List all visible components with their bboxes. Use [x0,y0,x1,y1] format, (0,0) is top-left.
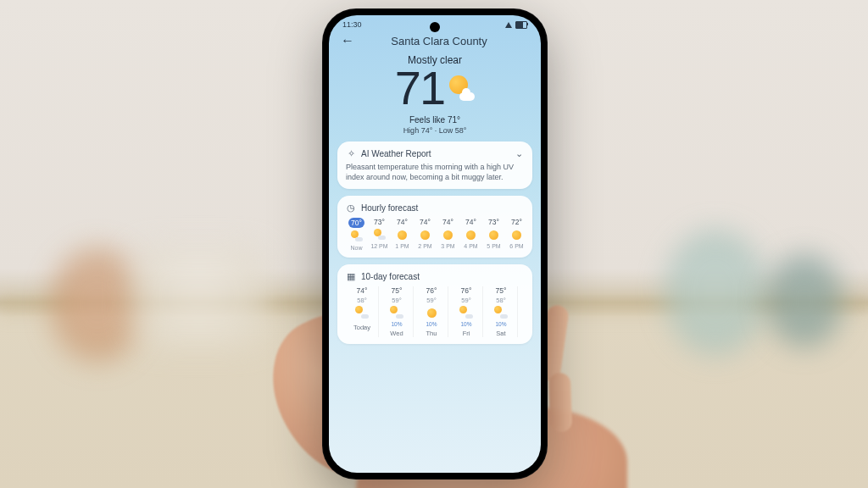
daily-cell[interactable]: 71°57°10%Sun [520,286,524,337]
hourly-forecast-card[interactable]: ◷ Hourly forecast 70°Now73°12 PM74°1 PM7… [337,196,532,258]
partly-cloudy-icon [355,306,369,319]
hourly-temp: 74° [465,218,476,226]
hourly-cell[interactable]: 72°6 PM [506,218,524,251]
hourly-label: 1 PM [395,243,409,249]
hourly-label: 4 PM [464,243,477,249]
daily-cell[interactable]: 75°59°10%Wed [381,286,414,337]
weather-summary: Mostly clear 71 Feels like 71° High 74° … [329,54,541,135]
phone-frame: 11:30 ← Santa Clara County Mostly clear … [322,8,548,480]
daily-high: 76° [461,286,472,295]
daily-label: Sat [496,330,505,337]
daily-row[interactable]: 74°58°Today75°59°10%Wed76°59°10%Thu76°59… [346,286,524,337]
daily-low: 59° [461,297,470,304]
app-header: ← Santa Clara County [329,30,541,53]
daily-high: 75° [392,286,403,295]
sunny-icon [397,229,409,241]
hourly-cell[interactable]: 74°3 PM [437,218,459,251]
daily-cell[interactable]: 75°58°10%Sat [485,286,518,337]
high-low-text: High 74° · Low 58° [337,126,532,135]
calendar-icon: ▦ [346,271,356,281]
hourly-label: 5 PM [487,243,500,249]
daily-label: Wed [390,330,403,337]
daily-low: 58° [357,297,366,304]
hourly-temp: 72° [511,218,522,226]
background-object [665,229,766,356]
daily-label: Thu [426,330,437,337]
clock-icon: ◷ [346,202,356,213]
status-time: 11:30 [342,20,362,29]
photo-scene: 11:30 ← Santa Clara County Mostly clear … [0,0,868,488]
background-object [127,246,271,347]
hourly-cell[interactable]: 74°1 PM [392,218,413,251]
sunny-icon [488,229,500,241]
location-title[interactable]: Santa Clara County [349,35,529,47]
daily-high: 75° [496,286,507,295]
daily-precip: 10% [391,321,402,327]
partly-cloudy-icon [374,229,386,241]
hourly-label: 6 PM [509,243,523,249]
chevron-down-icon[interactable]: ⌄ [514,148,524,158]
partly-cloudy-icon [390,306,403,319]
ai-report-title: AI Weather Report [361,149,431,158]
temp-value: 71 [395,64,444,112]
daily-forecast-card[interactable]: ▦ 10-day forecast 74°58°Today75°59°10%We… [337,264,532,344]
hourly-temp: 74° [420,218,431,226]
sunny-icon [420,229,431,241]
hourly-cell[interactable]: 73°5 PM [483,218,504,251]
hourly-label: Now [350,245,362,251]
daily-cell[interactable]: 76°59°10%Fri [450,286,483,337]
partly-cloudy-icon [494,306,508,319]
daily-precip: 10% [460,321,471,327]
current-temp: 71 [337,64,532,112]
hourly-cell[interactable]: 73°12 PM [369,218,390,251]
daily-high: 74° [357,286,368,295]
partly-cloudy-icon [459,306,473,319]
daily-cell[interactable]: 74°58°Today [346,286,379,337]
hourly-title: Hourly forecast [361,203,418,213]
hourly-temp: 70° [348,218,364,228]
sparkle-icon: ✧ [346,148,356,158]
daily-high: 76° [426,286,437,295]
hourly-label: 12 PM [370,243,387,249]
partly-cloudy-icon [446,74,475,103]
hourly-label: 2 PM [418,243,431,249]
sunny-icon [425,306,438,319]
hourly-temp: 74° [397,218,408,226]
partly-cloudy-icon [351,230,363,242]
hourly-label: 3 PM [441,243,454,249]
ai-report-card[interactable]: ✧ AI Weather Report ⌄ Pleasant temperatu… [337,141,532,189]
sunny-icon [465,229,477,241]
feels-like-text: Feels like 71° [337,115,532,125]
daily-low: 58° [496,297,505,304]
hourly-cell[interactable]: 74°4 PM [460,218,481,251]
hourly-row[interactable]: 70°Now73°12 PM74°1 PM74°2 PM74°3 PM74°4 … [346,218,524,251]
sunny-icon [511,229,523,241]
daily-precip: 10% [495,321,506,327]
daily-title: 10-day forecast [361,272,420,281]
daily-low: 59° [392,297,401,304]
background-object [766,254,843,347]
signal-icon [505,22,512,28]
hourly-cell[interactable]: 74°2 PM [415,218,436,251]
hourly-temp: 74° [442,218,453,226]
daily-cell[interactable]: 76°59°10%Thu [415,286,448,337]
sunny-icon [442,229,454,241]
daily-label: Today [353,324,370,331]
daily-precip: 10% [426,321,437,327]
hourly-cell[interactable]: 70°Now [346,218,367,251]
battery-icon [515,21,527,29]
daily-label: Fri [463,330,470,337]
front-camera [430,22,440,32]
ai-report-body: Pleasant temperature this morning with a… [346,162,524,182]
phone-screen[interactable]: 11:30 ← Santa Clara County Mostly clear … [329,15,541,473]
hourly-temp: 73° [488,218,499,226]
daily-low: 59° [426,297,436,304]
hourly-temp: 73° [374,218,385,226]
